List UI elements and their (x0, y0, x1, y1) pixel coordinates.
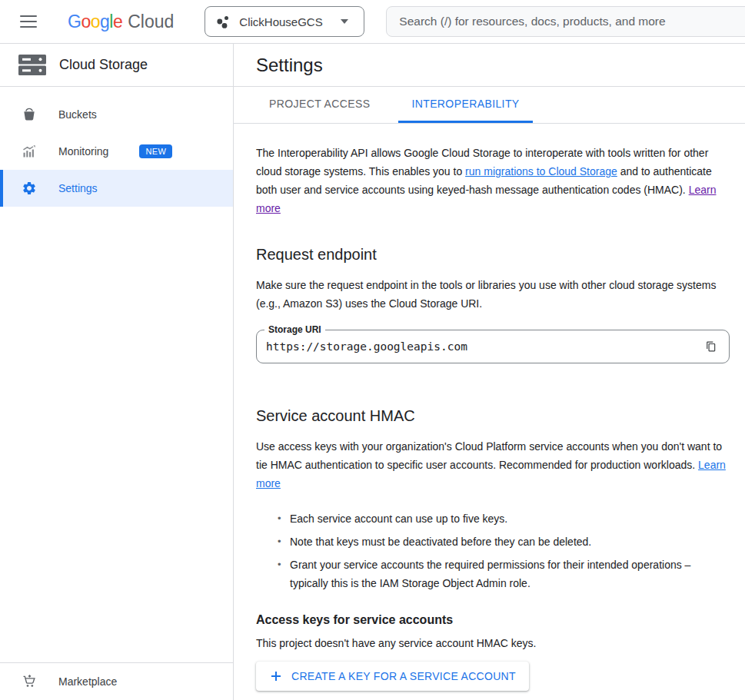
sidebar-item-settings[interactable]: Settings (0, 170, 233, 207)
list-item: Note that keys must be deactivated befor… (290, 532, 730, 551)
storage-uri-field[interactable]: Storage URI (256, 330, 730, 363)
product-title: Cloud Storage (59, 57, 148, 73)
chevron-down-icon (341, 19, 348, 24)
sidebar-nav: Buckets Monitoring NEW (0, 87, 233, 207)
storage-uri-label: Storage URI (264, 325, 325, 335)
monitoring-icon (22, 144, 37, 159)
tab-interoperability[interactable]: INTEROPERABILITY (398, 87, 532, 123)
hmac-text: Use access keys with your organization's… (256, 440, 722, 471)
list-item: Each service account can use up to five … (290, 509, 730, 528)
sidebar-item-label: Buckets (58, 108, 97, 121)
bucket-icon (22, 107, 37, 122)
new-badge: NEW (139, 144, 172, 158)
tab-panel-interoperability: The Interoperability API allows Google C… (234, 124, 730, 691)
create-key-button-label: CREATE A KEY FOR A SERVICE ACCOUNT (291, 670, 516, 682)
top-app-bar: Google Cloud ClickHouseGCS (0, 0, 745, 44)
hmac-bullet-list: Each service account can use up to five … (256, 509, 730, 592)
page-header: Settings (234, 44, 745, 87)
intro-paragraph: The Interoperability API allows Google C… (256, 144, 730, 217)
search-input[interactable] (386, 6, 745, 37)
sidebar-item-label: Monitoring (58, 145, 108, 158)
marketplace-cart-icon (22, 674, 37, 689)
sidebar-item-marketplace[interactable]: Marketplace (0, 662, 233, 700)
run-migrations-link[interactable]: run migrations to Cloud Storage (465, 165, 617, 177)
request-endpoint-heading: Request endpoint (256, 244, 730, 265)
cloud-wordmark: Cloud (128, 12, 174, 32)
cloud-storage-icon (18, 55, 46, 75)
page-title: Settings (256, 55, 323, 76)
sidebar-item-label: Marketplace (58, 675, 117, 688)
storage-uri-value[interactable] (257, 340, 729, 353)
tab-project-access[interactable]: PROJECT ACCESS (256, 87, 383, 123)
request-endpoint-paragraph: Make sure the request endpoint in the to… (256, 276, 730, 313)
sidebar: Cloud Storage Buckets (0, 44, 234, 700)
create-key-button[interactable]: CREATE A KEY FOR A SERVICE ACCOUNT (256, 662, 529, 691)
sidebar-header: Cloud Storage (0, 44, 233, 87)
sidebar-item-monitoring[interactable]: Monitoring NEW (0, 133, 233, 170)
tab-bar: PROJECT ACCESS INTEROPERABILITY (234, 87, 745, 124)
sidebar-item-label: Settings (58, 182, 98, 194)
access-keys-subheading: Access keys for service accounts (256, 611, 730, 629)
project-name: ClickHouseGCS (239, 15, 322, 28)
service-account-hmac-paragraph: Use access keys with your organization's… (256, 437, 730, 493)
google-wordmark: Google (68, 12, 122, 32)
main-content: Settings PROJECT ACCESS INTEROPERABILITY… (234, 44, 745, 700)
empty-state-text: This project doesn't have any service ac… (256, 635, 730, 651)
project-icon (216, 15, 231, 29)
service-account-hmac-heading: Service account HMAC (256, 405, 730, 426)
copy-button[interactable] (701, 337, 721, 357)
copy-icon (706, 340, 717, 353)
list-item: Grant your service accounts the required… (290, 556, 730, 592)
hamburger-menu-icon[interactable] (20, 15, 37, 28)
gear-icon (22, 181, 37, 196)
google-cloud-logo[interactable]: Google Cloud (68, 12, 174, 32)
project-selector-button[interactable]: ClickHouseGCS (205, 6, 364, 37)
sidebar-item-buckets[interactable]: Buckets (0, 96, 233, 133)
plus-icon (269, 669, 283, 683)
